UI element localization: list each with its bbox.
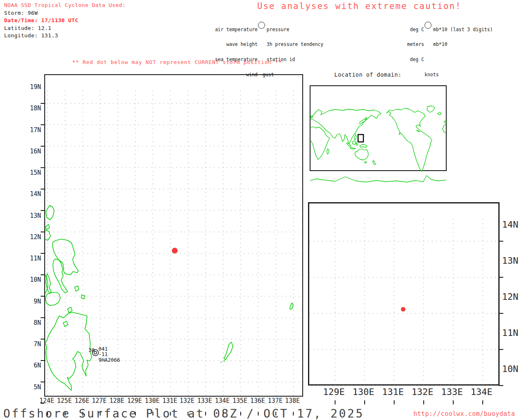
world-map-canvas (310, 102, 446, 186)
header-storm: Storm: 96W (4, 10, 38, 16)
zoom-lon-tick-label: 130E (351, 387, 376, 397)
header-datetime: Date/Time: 17/1130 UTC (4, 18, 78, 23)
coast-camotes (75, 286, 79, 291)
station-id: 9HA2066 (98, 357, 120, 363)
zoom-lat-tick-label: 12N (502, 292, 518, 301)
station-legend-row: wave height 3h pressure tendency (210, 42, 323, 47)
legend-air-temperature-label: air temperature (210, 27, 258, 32)
lon-tick-label: 126E (73, 397, 91, 404)
legend-degc-label: deg C (383, 27, 424, 32)
station-air-temp: 30 (89, 347, 95, 353)
lat-tick-label: 5N (21, 384, 41, 390)
lat-tick-label: 17N (21, 127, 41, 133)
lon-tick-label: 127E (91, 397, 108, 404)
header-noaa-line: NOAA SSD Tropical Cyclone Data Used: (4, 2, 126, 8)
coast-islet (46, 224, 50, 230)
footer-title: Offshore Surface Plot at 08Z / OCT 17, 2… (3, 407, 364, 420)
station-circle-icon (258, 22, 265, 29)
lat-tick-label: 7N (21, 341, 41, 347)
lon-tick-label: 125E (56, 397, 73, 404)
lon-tick-label: 132E (178, 397, 196, 404)
zoom-lon-tick-label: 134E (469, 387, 494, 397)
station-tendency: -11 (98, 351, 108, 357)
coast-catanduanes (46, 205, 54, 220)
lat-tick-label: 13N (21, 212, 41, 219)
lat-tick-label: 12N (21, 234, 41, 240)
lon-tick-label: 131E (161, 397, 178, 404)
lat-tick-label: 11N (21, 255, 41, 262)
station-legend-row: air temperature pressure (210, 27, 323, 32)
units-legend-row: deg C (383, 57, 493, 62)
coast-yap (290, 303, 293, 309)
units-legend-row: meters mb*10 (383, 42, 493, 47)
units-circle-icon (425, 22, 431, 29)
lat-tick-label: 8N (21, 320, 41, 326)
coast-samar (52, 239, 78, 275)
main-map-canvas: 30 041 -11 9HA2066 (45, 91, 302, 411)
lon-tick-label: 134E (214, 397, 231, 404)
zoom-lon-tick-label: 132E (410, 387, 435, 397)
coast-palau-dot (224, 361, 225, 362)
lat-tick-label: 19N (21, 84, 41, 90)
world-map-inset (310, 85, 447, 171)
zoom-lat-tick-label: 14N (502, 220, 518, 229)
footer-url: http://coolwx.com/buoydata (413, 410, 515, 418)
lon-tick-label: 135E (231, 397, 249, 404)
lon-tick-label: 128E (108, 397, 126, 404)
lon-tick-label: 133E (196, 397, 213, 404)
coast-bohol (46, 292, 60, 306)
lat-tick-label: 10N (21, 276, 41, 283)
units-legend-row: deg C mb*10 (last 3 digits) (383, 27, 493, 32)
lat-tick-label: 9N (21, 298, 41, 305)
legend-degc2-label: deg C (383, 57, 424, 62)
legend-knots-label: knots (425, 72, 439, 77)
lat-tick-label: 15N (21, 169, 41, 176)
domain-box (358, 135, 363, 142)
lon-tick-label: 138E (284, 397, 301, 404)
inset-title: Location of domain: (334, 71, 402, 78)
legend-wave-height-label: wave height (210, 42, 258, 47)
coast-dinagat (68, 307, 72, 313)
lon-tick-label: 130E (144, 397, 161, 404)
legend-meters-label: meters (383, 42, 424, 47)
caution-text: Use analyses with extreme caution! (257, 1, 461, 11)
lon-tick-label: 124E (38, 397, 55, 404)
lon-tick-label: 136E (249, 397, 266, 404)
coast-leyte (53, 259, 68, 293)
world-coastlines (310, 106, 446, 182)
zoom-storm-dot (401, 307, 406, 312)
lat-tick-label: 18N (21, 105, 41, 112)
zoom-lat-tick-label: 13N (502, 256, 518, 265)
zoom-map-ticks (335, 241, 503, 404)
lat-tick-label: 16N (21, 148, 41, 155)
lat-tick-label: 14N (21, 191, 41, 197)
warning-text: ** Red dot below may NOT represent CURRE… (72, 59, 282, 65)
station-legend: air temperature pressure wave height 3h … (210, 17, 323, 82)
coast-palau-dot (221, 362, 222, 363)
lat-tick-label: 6N (21, 362, 41, 369)
zoom-lat-tick-label: 10N (502, 364, 518, 374)
coast-islet2 (81, 295, 85, 299)
storm-dot (172, 248, 178, 253)
coast-palau (224, 342, 233, 360)
station-plot: 30 041 -11 9HA2066 (89, 346, 120, 363)
zoom-map-canvas (309, 219, 498, 400)
lon-tick-label: 137E (267, 397, 284, 404)
coastlines (45, 205, 293, 390)
zoom-lon-tick-label: 129E (322, 387, 346, 397)
coast-islet3 (63, 321, 68, 326)
legend-mb10-last3-label: mb*10 (last 3 digits) (433, 27, 493, 32)
zoom-map (308, 202, 500, 386)
lon-tick-label: 129E (126, 397, 143, 404)
header-longitude: Longitude: 131.3 (4, 33, 58, 38)
legend-mb10-label: mb*10 (433, 42, 447, 47)
main-map: 30 041 -11 9HA2066 (44, 74, 303, 397)
header-latitude: Latitude: 12.1 (4, 25, 51, 31)
zoom-lon-tick-label: 131E (381, 387, 405, 397)
main-map-ticks (41, 103, 293, 415)
coast-mindanao (45, 313, 92, 390)
legend-pressure-tendency-label: 3h pressure tendency (267, 42, 323, 47)
zoom-lon-tick-label: 133E (440, 387, 464, 397)
zoom-lat-tick-label: 11N (502, 328, 518, 338)
legend-pressure-label: pressure (267, 27, 289, 32)
